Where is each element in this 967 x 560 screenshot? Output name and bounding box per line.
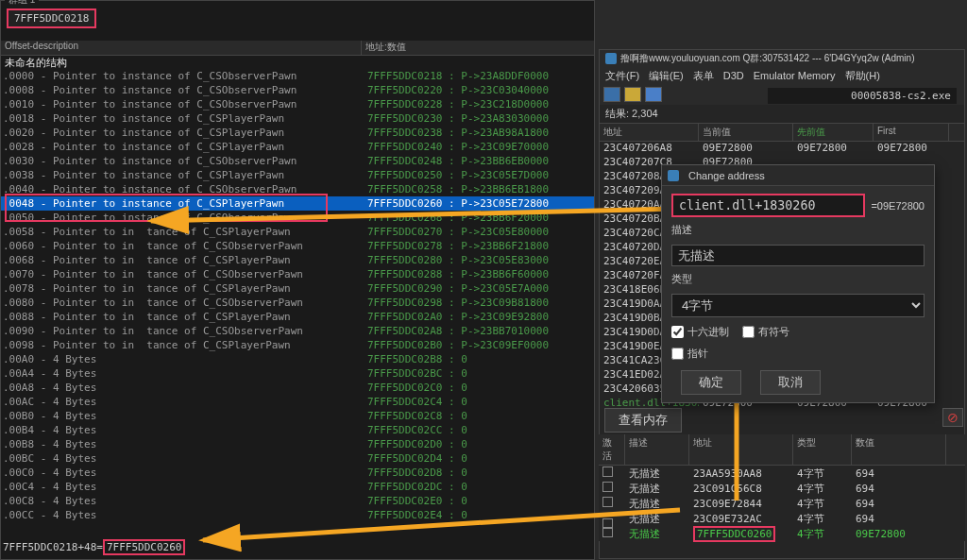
stop-icon[interactable] bbox=[942, 408, 963, 427]
struct-row[interactable]: .0028 - Pointer to instance of C_CSPlaye… bbox=[1, 140, 594, 154]
type-select[interactable]: 4字节 bbox=[671, 294, 925, 317]
struct-row[interactable]: .0080 - Pointer to in tance of C_CSObser… bbox=[1, 296, 594, 310]
struct-row[interactable]: .0068 - Pointer to in tance of C_CSPlaye… bbox=[1, 253, 594, 267]
struct-row[interactable]: .0050 - Pointer to instance of C_CSObser… bbox=[1, 211, 594, 225]
result-row[interactable]: 23C407206A809E7280009E7280009E72800 bbox=[600, 142, 964, 156]
expression-result: 7FFF5DDC0260 bbox=[103, 539, 185, 555]
type-label: 类型 bbox=[671, 272, 925, 286]
address-row[interactable]: 无描述23C091C56C84字节694 bbox=[599, 481, 965, 496]
address-input[interactable] bbox=[671, 194, 865, 217]
col-previous[interactable]: 先前值 bbox=[793, 124, 874, 141]
struct-row[interactable]: .0008 - Pointer to instance of C_CSObser… bbox=[1, 83, 594, 97]
save-icon[interactable] bbox=[645, 87, 662, 102]
open-process-icon[interactable] bbox=[603, 87, 620, 102]
struct-row[interactable]: .0000 - Pointer to instance of C_CSObser… bbox=[1, 69, 594, 83]
hex-checkbox[interactable]: 十六进制 bbox=[671, 325, 729, 339]
struct-row[interactable]: .0010 - Pointer to instance of C_CSObser… bbox=[1, 97, 594, 111]
view-memory-button[interactable]: 查看内存 bbox=[604, 408, 682, 433]
menu-item[interactable]: 帮助(H) bbox=[845, 69, 880, 83]
struct-row[interactable]: .0018 - Pointer to instance of C_CSPlaye… bbox=[1, 111, 594, 126]
dialog-titlebar[interactable]: Change address bbox=[662, 165, 934, 186]
results-header: 地址 当前值 先前值 First bbox=[600, 123, 964, 142]
col-current[interactable]: 当前值 bbox=[699, 124, 793, 141]
struct-list[interactable]: .0000 - Pointer to instance of C_CSObser… bbox=[1, 69, 594, 522]
menu-item[interactable]: D3D bbox=[723, 70, 744, 81]
menu-item[interactable]: Emulator Memory bbox=[754, 70, 836, 81]
address-table-header: 激活 描述 地址 类型 数值 bbox=[599, 434, 965, 466]
menu-item[interactable]: 表单 bbox=[693, 69, 714, 83]
col-desc[interactable]: 描述 bbox=[625, 434, 689, 465]
base-address-input[interactable]: 7FFF5DDC0218 bbox=[7, 8, 96, 28]
struct-row[interactable]: .00C0 - 4 Bytes7FFF5DDC02D8 : 0 bbox=[1, 466, 594, 480]
address-row[interactable]: 无描述23C09E732AC4字节694 bbox=[599, 511, 965, 526]
struct-title: 未命名的结构 bbox=[5, 56, 67, 70]
struct-row[interactable]: .00C8 - 4 Bytes7FFF5DDC02E0 : 0 bbox=[1, 494, 594, 508]
struct-row[interactable]: .00AC - 4 Bytes7FFF5DDC02C4 : 0 bbox=[1, 395, 594, 409]
struct-table-header: Offset-description 地址:数值 bbox=[1, 41, 594, 56]
address-table-list[interactable]: 无描述23AA5930AA84字节694无描述23C091C56C84字节694… bbox=[599, 466, 965, 541]
address-row[interactable]: 无描述23C09E728444字节694 bbox=[599, 496, 965, 511]
col-first[interactable]: First bbox=[874, 124, 949, 141]
description-input[interactable] bbox=[671, 245, 925, 266]
menu-item[interactable]: 文件(F) bbox=[605, 69, 639, 83]
ok-button[interactable]: 确定 bbox=[681, 370, 741, 395]
struct-row[interactable]: .00BC - 4 Bytes7FFF5DDC02D4 : 0 bbox=[1, 451, 594, 466]
struct-row[interactable]: .0088 - Pointer to in tance of C_CSPlaye… bbox=[1, 310, 594, 324]
struct-row[interactable]: .0098 - Pointer to in tance of C_CSPlaye… bbox=[1, 338, 594, 352]
struct-row[interactable]: .0060 - Pointer to in tance of C_CSObser… bbox=[1, 239, 594, 253]
structure-dissect-panel: 群组 1 7FFF5DDC0218 Offset-description 地址:… bbox=[0, 0, 595, 560]
column-offset-desc[interactable]: Offset-description bbox=[1, 41, 362, 55]
app-icon bbox=[605, 53, 617, 64]
struct-row[interactable]: .0058 - Pointer to in tance of C_CSPlaye… bbox=[1, 225, 594, 239]
col-address[interactable]: 地址 bbox=[600, 124, 699, 141]
col-val[interactable]: 数值 bbox=[852, 434, 946, 465]
struct-row[interactable]: .0038 - Pointer to instance of C_CSPlaye… bbox=[1, 168, 594, 182]
folder-icon[interactable] bbox=[624, 87, 641, 102]
menu-item[interactable]: 编辑(E) bbox=[649, 69, 684, 83]
struct-row[interactable]: .00A4 - 4 Bytes7FFF5DDC02BC : 0 bbox=[1, 366, 594, 381]
col-type[interactable]: 类型 bbox=[793, 434, 852, 465]
change-address-dialog: Change address =09E72800 描述 类型 4字节 十六进制 … bbox=[661, 164, 935, 403]
group-label: 群组 1 bbox=[5, 0, 39, 7]
struct-row[interactable]: .00A8 - 4 Bytes7FFF5DDC02C0 : 0 bbox=[1, 381, 594, 395]
cancel-button[interactable]: 取消 bbox=[760, 370, 821, 395]
struct-row[interactable]: .00B0 - 4 Bytes7FFF5DDC02C8 : 0 bbox=[1, 409, 594, 423]
struct-row[interactable]: .00B8 - 4 Bytes7FFF5DDC02D0 : 0 bbox=[1, 437, 594, 451]
struct-row[interactable]: .0078 - Pointer to in tance of C_CSPlaye… bbox=[1, 281, 594, 296]
desc-label: 描述 bbox=[671, 223, 925, 237]
address-row[interactable]: 无描述23AA5930AA84字节694 bbox=[599, 466, 965, 481]
struct-row[interactable]: .00C4 - 4 Bytes7FFF5DDC02DC : 0 bbox=[1, 480, 594, 494]
col-addr[interactable]: 地址 bbox=[689, 434, 793, 465]
struct-row[interactable]: .0030 - Pointer to instance of C_CSObser… bbox=[1, 154, 594, 168]
resolved-value: =09E72800 bbox=[871, 200, 925, 212]
struct-row[interactable]: .00CC - 4 Bytes7FFF5DDC02E4 : 0 bbox=[1, 508, 594, 522]
struct-row[interactable]: .0020 - Pointer to instance of C_CSPlaye… bbox=[1, 126, 594, 140]
address-table: 激活 描述 地址 类型 数值 无描述23AA5930AA84字节694无描述23… bbox=[599, 434, 965, 541]
signed-checkbox[interactable]: 有符号 bbox=[742, 325, 789, 339]
struct-row[interactable]: .0070 - Pointer to in tance of C_CSObser… bbox=[1, 267, 594, 281]
struct-row[interactable]: .00A0 - 4 Bytes7FFF5DDC02B8 : 0 bbox=[1, 352, 594, 366]
pointer-checkbox[interactable]: 指针 bbox=[671, 347, 708, 361]
result-count: 结果: 2,304 bbox=[600, 105, 964, 123]
col-active[interactable]: 激活 bbox=[599, 434, 625, 465]
struct-row[interactable]: .0040 - Pointer to instance of C_CSObser… bbox=[1, 182, 594, 196]
struct-row[interactable]: .0090 - Pointer to in tance of C_CSObser… bbox=[1, 324, 594, 338]
address-expression: 7FFF5DDC0218+48=7FFF5DDC0260 bbox=[3, 539, 185, 555]
struct-row[interactable]: .00B4 - 4 Bytes7FFF5DDC02CC : 0 bbox=[1, 423, 594, 437]
struct-row[interactable]: .0048 - Pointer to instance of C_CSPlaye… bbox=[1, 196, 594, 211]
column-addr-value[interactable]: 地址:数值 bbox=[362, 41, 406, 55]
window-titlebar: 撸啊撸www.youluoyuan.com Q群:307531422 --- 6… bbox=[600, 50, 964, 67]
address-row[interactable]: 无描述7FFF5DDC02604字节09E72800 bbox=[599, 526, 965, 541]
process-name: 00005838-cs2.exe bbox=[768, 88, 957, 104]
menu-bar[interactable]: 文件(F)编辑(E)表单D3DEmulator Memory帮助(H) bbox=[600, 67, 964, 84]
dialog-icon bbox=[668, 170, 679, 181]
